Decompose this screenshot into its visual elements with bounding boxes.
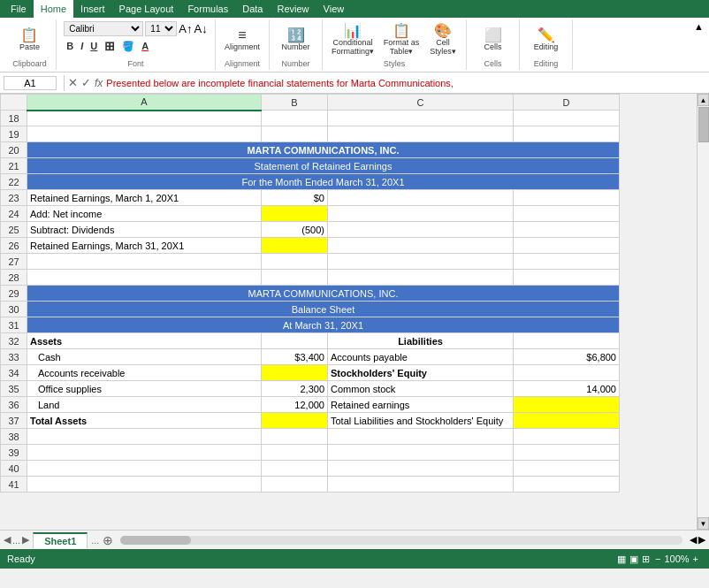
cell-d37[interactable] xyxy=(514,413,620,429)
cell-c28[interactable] xyxy=(328,270,514,286)
cell-c26[interactable] xyxy=(328,238,514,254)
sheet-tab-sheet1[interactable]: Sheet1 xyxy=(33,532,88,548)
cell-a27[interactable] xyxy=(27,254,262,270)
cell-c40[interactable] xyxy=(328,461,514,477)
tab-home[interactable]: Home xyxy=(34,0,73,18)
cell-a22-merged[interactable]: For the Month Ended March 31, 20X1 xyxy=(27,174,620,190)
cell-c34[interactable]: Stockholders' Equity xyxy=(328,365,514,381)
cell-d34[interactable] xyxy=(514,365,620,381)
vertical-scrollbar[interactable]: ▲ ▼ xyxy=(697,94,709,530)
add-sheet-btn[interactable]: ⊕ xyxy=(103,533,113,547)
font-name-select[interactable]: Calibri xyxy=(64,21,143,36)
cell-d41[interactable] xyxy=(514,477,620,493)
underline-button[interactable]: U xyxy=(88,40,100,52)
cell-d27[interactable] xyxy=(514,254,620,270)
paste-button[interactable]: 📋 Paste xyxy=(16,27,43,53)
cell-b34[interactable] xyxy=(262,365,328,381)
cell-a39[interactable] xyxy=(27,445,262,461)
cells-button[interactable]: ⬜ Cells xyxy=(481,27,506,53)
conditional-formatting-button[interactable]: 📊 Conditional Formatting▾ xyxy=(328,22,377,57)
cell-d24[interactable] xyxy=(514,206,620,222)
cell-c36[interactable]: Retained earnings xyxy=(328,397,514,413)
h-scroll-thumb[interactable] xyxy=(120,536,191,545)
cell-d18[interactable] xyxy=(514,111,620,126)
cell-d35[interactable]: 14,000 xyxy=(514,381,620,397)
view-normal-btn[interactable]: ▦ xyxy=(617,554,626,565)
cell-a32[interactable]: Assets xyxy=(27,333,262,349)
cell-a34[interactable]: Accounts receivable xyxy=(27,365,262,381)
bold-button[interactable]: B xyxy=(64,40,76,52)
cell-a40[interactable] xyxy=(27,461,262,477)
nav-prev-btn[interactable]: ▶ xyxy=(22,534,29,546)
cell-a29-merged[interactable]: MARTA COMMUNICATIONS, INC. xyxy=(27,286,620,302)
cell-d26[interactable] xyxy=(514,238,620,254)
cell-c19[interactable] xyxy=(328,126,514,142)
font-color-button[interactable]: A xyxy=(139,40,151,52)
scroll-up-btn[interactable]: ▲ xyxy=(698,94,709,106)
cell-c23[interactable] xyxy=(328,190,514,206)
cell-c38[interactable] xyxy=(328,429,514,445)
h-scroll-left-btn[interactable]: ◀ xyxy=(690,534,697,546)
cell-b37[interactable] xyxy=(262,413,328,429)
zoom-out-btn[interactable]: − xyxy=(655,554,660,564)
tab-formulas[interactable]: Formulas xyxy=(180,0,235,18)
cell-b40[interactable] xyxy=(262,461,328,477)
view-page-break-btn[interactable]: ⊞ xyxy=(642,554,650,565)
cell-d25[interactable] xyxy=(514,222,620,238)
formula-confirm-icon[interactable]: ✓ xyxy=(81,76,91,89)
cell-a36[interactable]: Land xyxy=(27,397,262,413)
cell-b23[interactable]: $0 xyxy=(262,190,328,206)
alignment-button[interactable]: ≡ Alignment xyxy=(221,27,263,53)
cell-c39[interactable] xyxy=(328,445,514,461)
cell-b27[interactable] xyxy=(262,254,328,270)
grid-scroll[interactable]: A B C D 18 xyxy=(0,94,697,530)
cell-b39[interactable] xyxy=(262,445,328,461)
cell-c35[interactable]: Common stock xyxy=(328,381,514,397)
font-grow-icon[interactable]: A↑ xyxy=(179,22,192,35)
cell-b28[interactable] xyxy=(262,270,328,286)
view-layout-btn[interactable]: ▣ xyxy=(629,554,638,565)
fill-color-button[interactable]: 🪣 xyxy=(119,40,137,53)
cell-a24[interactable]: Add: Net income xyxy=(27,206,262,222)
cell-c24[interactable] xyxy=(328,206,514,222)
cell-b25[interactable]: (500) xyxy=(262,222,328,238)
cell-c37[interactable]: Total Liabilities and Stockholders' Equi… xyxy=(328,413,514,429)
border-button[interactable]: ⊞ xyxy=(102,38,118,54)
tab-data[interactable]: Data xyxy=(235,0,270,18)
nav-dots-right[interactable]: ... xyxy=(91,535,99,546)
cell-a25[interactable]: Subtract: Dividends xyxy=(27,222,262,238)
number-button[interactable]: 🔢 Number xyxy=(278,27,314,53)
cell-reference-box[interactable] xyxy=(4,76,57,90)
cell-a38[interactable] xyxy=(27,429,262,445)
cell-b35[interactable]: 2,300 xyxy=(262,381,328,397)
cell-a35[interactable]: Office supplies xyxy=(27,381,262,397)
format-table-button[interactable]: 📋 Format as Table▾ xyxy=(379,22,423,57)
nav-dots-left[interactable]: ... xyxy=(12,535,20,546)
formula-cancel-icon[interactable]: ✕ xyxy=(68,76,78,89)
cell-c25[interactable] xyxy=(328,222,514,238)
cell-a26[interactable]: Retained Earnings, March 31, 20X1 xyxy=(27,238,262,254)
font-size-select[interactable]: 11 xyxy=(145,21,177,36)
formula-input[interactable] xyxy=(106,78,705,88)
editing-button[interactable]: ✏️ Editing xyxy=(530,27,562,53)
cell-c32[interactable]: Liabilities xyxy=(328,333,514,349)
cell-styles-button[interactable]: 🎨 Cell Styles▾ xyxy=(425,22,461,57)
tab-view[interactable]: View xyxy=(316,0,352,18)
cell-d32[interactable] xyxy=(514,333,620,349)
cell-d23[interactable] xyxy=(514,190,620,206)
cell-c33[interactable]: Accounts payable xyxy=(328,349,514,365)
cell-b38[interactable] xyxy=(262,429,328,445)
cell-a30-merged[interactable]: Balance Sheet xyxy=(27,302,620,317)
cell-a19[interactable] xyxy=(27,126,262,142)
cell-b26[interactable] xyxy=(262,238,328,254)
h-scroll-right-btn[interactable]: ▶ xyxy=(698,534,705,546)
italic-button[interactable]: I xyxy=(78,40,86,52)
tab-page-layout[interactable]: Page Layout xyxy=(112,0,181,18)
cell-c18[interactable] xyxy=(328,111,514,126)
cell-a21-merged[interactable]: Statement of Retained Earnings xyxy=(27,158,620,174)
zoom-in-btn[interactable]: + xyxy=(693,554,698,564)
cell-b18[interactable] xyxy=(262,111,328,126)
scroll-down-btn[interactable]: ▼ xyxy=(698,517,709,530)
tab-review[interactable]: Review xyxy=(270,0,316,18)
tab-file[interactable]: File xyxy=(4,0,34,18)
